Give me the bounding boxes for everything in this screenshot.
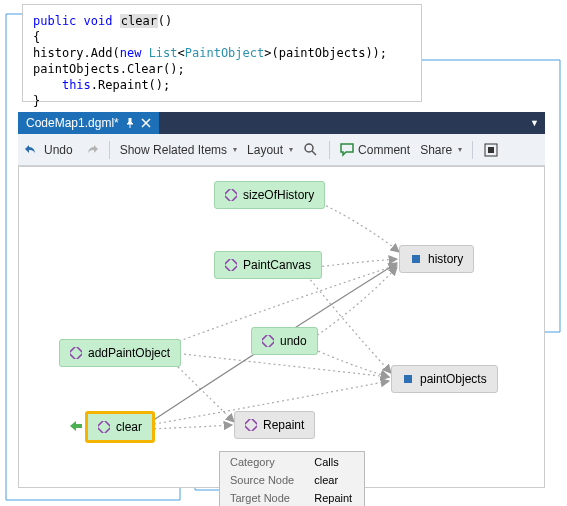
tooltip-val: Repaint [306,490,362,506]
method-icon [225,189,237,201]
svg-rect-4 [412,255,420,263]
node-label: PaintCanvas [243,258,311,272]
tooltip-key: Source Node [222,472,304,488]
code-text: >(paintObjects)); [264,46,387,60]
separator [472,141,473,159]
type-paintobj: PaintObject [185,46,264,60]
comment-button[interactable]: Comment [340,143,410,157]
field-icon [410,253,422,265]
undo-button[interactable]: Undo [24,142,73,158]
entry-arrow-icon [70,420,82,432]
code-text: .Repaint(); [91,78,170,92]
method-icon [98,421,110,433]
svg-rect-10 [245,419,257,431]
kw-void: void [84,14,113,28]
tab-codemap[interactable]: CodeMap1.dgml* [18,112,159,134]
pin-icon[interactable] [125,118,135,128]
code-text: paintObjects.Clear(); [33,61,411,77]
brace-close: } [33,93,411,109]
comment-icon [340,143,354,157]
svg-rect-2 [488,147,494,153]
node-label: paintObjects [420,372,487,386]
edge-tooltip: CategoryCalls Source Nodeclear Target No… [219,451,365,506]
type-list: List [149,46,178,60]
chevron-down-icon: ▾ [289,145,293,154]
node-label: sizeOfHistory [243,188,314,202]
chevron-down-icon: ▾ [458,145,462,154]
tooltip-key: Target Node [222,490,304,506]
node-label: Repaint [263,418,304,432]
fit-icon[interactable] [483,142,499,158]
node-paintobjects[interactable]: paintObjects [391,365,498,393]
kw-new: new [120,46,142,60]
tooltip-val: Calls [306,454,362,470]
svg-rect-7 [404,375,412,383]
tooltip-key: Category [222,454,304,470]
node-repaint[interactable]: Repaint [234,411,315,439]
method-icon [245,419,257,431]
node-label: history [428,252,463,266]
share-label: Share [420,143,452,157]
svg-rect-6 [262,335,274,347]
undo-icon [24,142,40,158]
svg-point-0 [305,144,313,152]
undo-label: Undo [44,143,73,157]
node-paintcanvas[interactable]: PaintCanvas [214,251,322,279]
toolbar: Undo Show Related Items▾ Layout▾ Comment… [18,134,545,166]
brace-open: { [33,29,411,45]
method-name: clear [120,14,158,28]
node-clear[interactable]: clear [85,411,155,443]
code-editor[interactable]: public void clear() { history.Add(new Li… [22,4,422,102]
layout-button[interactable]: Layout▾ [247,143,293,157]
method-icon [70,347,82,359]
comment-label: Comment [358,143,410,157]
parens: () [158,14,172,28]
method-icon [262,335,274,347]
field-icon [402,373,414,385]
share-button[interactable]: Share▾ [420,143,462,157]
search-icon[interactable] [303,142,319,158]
kw-this: this [62,78,91,92]
node-addpaintobject[interactable]: addPaintObject [59,339,181,367]
separator [109,141,110,159]
svg-rect-9 [98,421,110,433]
tooltip-val: clear [306,472,362,488]
node-history[interactable]: history [399,245,474,273]
svg-rect-8 [70,347,82,359]
layout-label: Layout [247,143,283,157]
node-label: clear [116,420,142,434]
separator [329,141,330,159]
related-label: Show Related Items [120,143,227,157]
graph-canvas[interactable]: sizeOfHistory history PaintCanvas undo p… [18,166,545,488]
show-related-button[interactable]: Show Related Items▾ [120,143,237,157]
close-icon[interactable] [141,118,151,128]
node-label: undo [280,334,307,348]
node-undo[interactable]: undo [251,327,318,355]
kw-public: public [33,14,76,28]
node-label: addPaintObject [88,346,170,360]
tab-menu-arrow[interactable]: ▼ [524,118,545,128]
svg-rect-3 [225,189,237,201]
tab-title: CodeMap1.dgml* [26,116,119,130]
node-sizeofhistory[interactable]: sizeOfHistory [214,181,325,209]
redo-icon[interactable] [83,142,99,158]
tab-bar: CodeMap1.dgml* ▼ [18,112,545,134]
chevron-down-icon: ▾ [233,145,237,154]
svg-rect-5 [225,259,237,271]
code-text: history.Add( [33,46,120,60]
method-icon [225,259,237,271]
